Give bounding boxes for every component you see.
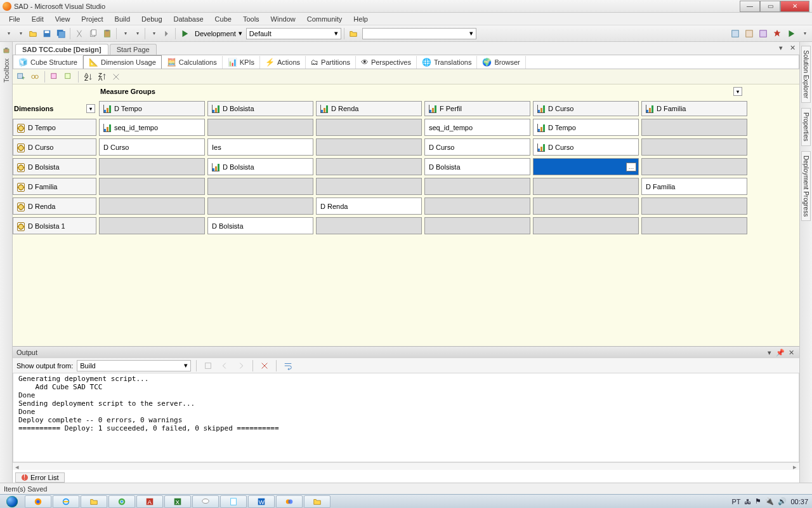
mg-header-d-familia[interactable]: D Familia xyxy=(641,101,747,116)
output-autohide-icon[interactable]: 📌 xyxy=(776,348,785,357)
mg-header-d-curso[interactable]: D Curso xyxy=(533,101,639,116)
show-output-from-select[interactable]: Build▾ xyxy=(77,360,191,371)
taskbar-chat[interactable] xyxy=(192,495,219,508)
taskbar-chrome[interactable] xyxy=(108,495,135,508)
menu-view[interactable]: View xyxy=(50,14,75,24)
output-text[interactable]: Generating deployment script... Add Cube… xyxy=(13,373,799,462)
object-browser-button[interactable] xyxy=(757,27,769,40)
usage-cell-r5-c5[interactable] xyxy=(641,217,747,234)
menu-database[interactable]: Database xyxy=(169,14,209,24)
open-button[interactable] xyxy=(27,27,39,40)
cube-tab-browser[interactable]: 🌍Browser xyxy=(477,56,525,69)
sort-az-button[interactable]: AZ xyxy=(82,71,94,83)
new-project-dropdown[interactable]: ▾ xyxy=(3,27,13,40)
usage-cell-r4-c2[interactable]: D Renda xyxy=(316,197,422,215)
usage-cell-r0-c4[interactable]: D Tempo xyxy=(533,119,639,136)
menu-file[interactable]: File xyxy=(4,14,25,24)
taskbar-word[interactable]: W xyxy=(248,495,275,508)
tray-power-icon[interactable]: 🔌 xyxy=(765,497,774,505)
error-list-tab[interactable]: ! Error List xyxy=(15,472,65,483)
usage-cell-r2-c3[interactable]: D Bolsista xyxy=(424,158,530,175)
taskbar-explorer[interactable] xyxy=(81,495,107,508)
menu-window[interactable]: Window xyxy=(266,14,301,24)
config-dropdown-caret[interactable]: ▾ xyxy=(239,29,242,37)
find-select[interactable]: ▾ xyxy=(362,28,476,39)
usage-cell-r4-c3[interactable] xyxy=(424,197,530,215)
measure-groups-dropdown-icon[interactable]: ▾ xyxy=(733,87,742,96)
nav-forward-button[interactable] xyxy=(160,27,173,40)
add-cube-dimension-button[interactable]: + xyxy=(15,71,27,83)
mg-header-d-tempo[interactable]: D Tempo xyxy=(99,101,205,116)
undo-dropdown[interactable]: ▾ xyxy=(119,27,130,40)
usage-cell-r3-c1[interactable] xyxy=(207,178,313,195)
dim-header-d-bolsista-1[interactable]: D Bolsista 1 xyxy=(13,217,96,234)
cut-button[interactable] xyxy=(73,27,86,40)
dim-header-d-familia[interactable]: D Familia xyxy=(13,178,96,195)
menu-edit[interactable]: Edit xyxy=(27,14,49,24)
mg-header-f-perfil[interactable]: F Perfil xyxy=(424,101,530,116)
cube-tab-translations[interactable]: 🌐Translations xyxy=(417,56,478,69)
usage-cell-r5-c3[interactable] xyxy=(424,217,530,234)
output-next-button[interactable] xyxy=(235,359,247,372)
toolbox-rail-tab[interactable]: Toolbox xyxy=(3,58,10,83)
minimize-button[interactable]: — xyxy=(740,1,760,12)
usage-cell-r5-c0[interactable] xyxy=(99,217,205,234)
usage-cell-r3-c5[interactable]: D Familia xyxy=(641,178,747,195)
output-close-icon[interactable]: ✕ xyxy=(787,348,796,357)
tray-clock[interactable]: 00:37 xyxy=(790,498,808,505)
usage-cell-r4-c1[interactable] xyxy=(207,197,313,215)
usage-cell-r1-c3[interactable]: D Curso xyxy=(424,138,530,156)
ellipsis-button[interactable]: … xyxy=(626,163,636,171)
tray-network-icon[interactable]: 🖧 xyxy=(744,498,751,505)
start-button[interactable] xyxy=(0,495,24,509)
usage-cell-r5-c4[interactable] xyxy=(533,217,639,234)
output-clear-button[interactable] xyxy=(258,359,271,372)
cube-tab-calculations[interactable]: 🧮Calculations xyxy=(162,56,223,69)
start-page-button[interactable] xyxy=(785,27,797,40)
usage-cell-r3-c4[interactable] xyxy=(533,178,639,195)
cube-tab-kpis[interactable]: 📊KPIs xyxy=(223,56,260,69)
menu-build[interactable]: Build xyxy=(110,14,135,24)
menu-help[interactable]: Help xyxy=(348,14,373,24)
paste-button[interactable] xyxy=(101,27,114,40)
find-button[interactable] xyxy=(347,27,360,40)
usage-cell-r1-c1[interactable]: Ies xyxy=(207,138,313,156)
delete-button[interactable] xyxy=(110,71,122,83)
right-rail-solution-explorer[interactable]: Solution Explorer xyxy=(801,46,811,103)
usage-cell-r1-c0[interactable]: D Curso xyxy=(99,138,205,156)
right-rail-deployment-progress[interactable]: Deployment Progress xyxy=(801,151,811,221)
usage-cell-r2-c0[interactable] xyxy=(99,158,205,175)
taskbar-notepad[interactable] xyxy=(220,495,247,508)
add-item-dropdown[interactable]: ▾ xyxy=(15,27,25,40)
save-all-button[interactable] xyxy=(55,27,67,40)
dim-header-d-renda[interactable]: D Renda xyxy=(13,197,96,215)
taskbar-excel[interactable]: X xyxy=(164,495,191,508)
sort-za-button[interactable]: ZA xyxy=(96,71,108,83)
usage-cell-r0-c1[interactable] xyxy=(207,119,313,136)
copy-button[interactable] xyxy=(87,27,100,40)
usage-cell-r1-c2[interactable] xyxy=(316,138,422,156)
output-window-position-icon[interactable]: ▾ xyxy=(765,348,774,357)
doc-tab-cube[interactable]: SAD TCC.cube [Design] xyxy=(15,44,108,55)
mg-header-d-renda[interactable]: D Renda xyxy=(316,101,422,116)
usage-cell-r4-c0[interactable] xyxy=(99,197,205,215)
output-wordwrap-button[interactable] xyxy=(282,359,294,372)
usage-cell-r1-c4[interactable]: D Curso xyxy=(533,138,639,156)
start-debug-button[interactable] xyxy=(178,27,191,40)
cube-tab-actions[interactable]: ⚡Actions xyxy=(260,56,306,69)
dim-header-d-curso[interactable]: D Curso xyxy=(13,138,96,156)
usage-cell-r3-c0[interactable] xyxy=(99,178,205,195)
menu-tools[interactable]: Tools xyxy=(238,14,265,24)
tray-lang[interactable]: PT xyxy=(731,498,740,505)
new-linked-object-button[interactable] xyxy=(29,71,41,83)
usage-cell-r5-c2[interactable] xyxy=(316,217,422,234)
close-button[interactable]: ✕ xyxy=(780,1,809,12)
usage-cell-r2-c5[interactable] xyxy=(641,158,747,175)
usage-cell-r0-c0[interactable]: seq_id_tempo xyxy=(99,119,205,136)
usage-cell-r4-c5[interactable] xyxy=(641,197,747,215)
scroll-left-icon[interactable]: ◂ xyxy=(15,463,19,470)
properties-button[interactable] xyxy=(743,27,756,40)
platform-select[interactable]: Default▾ xyxy=(246,28,341,39)
usage-cell-r3-c2[interactable] xyxy=(316,178,422,195)
maximize-button[interactable]: ▭ xyxy=(760,1,780,12)
